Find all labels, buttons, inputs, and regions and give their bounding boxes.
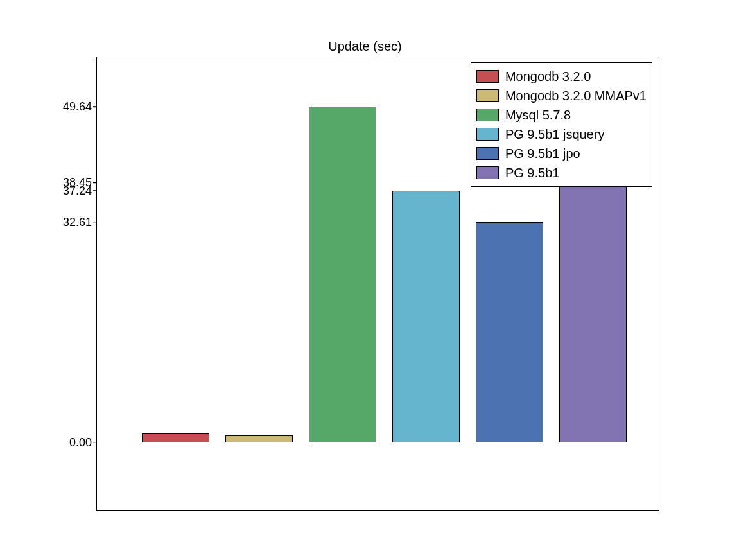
y-tick-label: 32.61 — [63, 215, 92, 229]
y-tick-label: 0.00 — [69, 435, 92, 449]
y-tick-mark — [93, 182, 97, 183]
y-tick-label: 49.64 — [63, 100, 92, 114]
legend-label: Mongodb 3.2.0 — [505, 67, 591, 86]
legend-label: PG 9.5b1 jpo — [505, 144, 580, 163]
y-tick-label: 38.45 — [63, 176, 92, 189]
bar-1 — [225, 435, 293, 442]
y-tick-mark — [93, 222, 97, 223]
legend-item: Mongodb 3.2.0 — [476, 67, 647, 86]
legend-item: PG 9.5b1 jsquery — [476, 125, 647, 144]
legend-label: PG 9.5b1 — [505, 163, 560, 182]
legend: Mongodb 3.2.0Mongodb 3.2.0 MMAPv1Mysql 5… — [471, 62, 652, 187]
y-tick-mark — [93, 442, 97, 443]
chart-container: Update (sec) 0.0032.6137.2438.4549.64 Mo… — [0, 0, 730, 560]
chart-title: Update (sec) — [328, 39, 402, 54]
bar-4 — [476, 222, 543, 442]
legend-swatch — [476, 128, 499, 141]
legend-swatch — [476, 70, 499, 83]
plot-area: 0.0032.6137.2438.4549.64 Mongodb 3.2.0Mo… — [96, 57, 659, 511]
bar-2 — [309, 107, 376, 442]
legend-swatch — [476, 109, 499, 121]
legend-item: PG 9.5b1 — [476, 163, 647, 182]
legend-item: PG 9.5b1 jpo — [476, 144, 647, 163]
bar-5 — [559, 182, 627, 442]
legend-label: Mysql 5.7.8 — [505, 105, 571, 125]
legend-swatch — [476, 147, 499, 160]
y-tick-mark — [93, 190, 97, 191]
legend-label: PG 9.5b1 jsquery — [505, 125, 605, 144]
y-tick-mark — [93, 107, 97, 108]
legend-swatch — [476, 89, 499, 102]
legend-swatch — [476, 166, 499, 179]
legend-item: Mongodb 3.2.0 MMAPv1 — [476, 86, 647, 105]
bar-0 — [142, 433, 209, 442]
bar-3 — [392, 191, 460, 442]
legend-label: Mongodb 3.2.0 MMAPv1 — [505, 86, 647, 105]
legend-item: Mysql 5.7.8 — [476, 105, 647, 125]
